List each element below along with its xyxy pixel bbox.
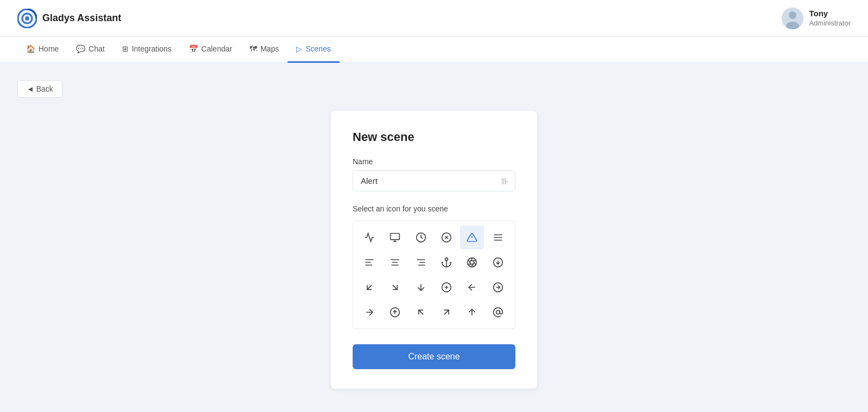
icon-cell-arrow-up-left[interactable] (409, 300, 433, 324)
icon-grid-wrapper (353, 221, 515, 329)
icon-cell-alert-triangle[interactable] (460, 226, 484, 249)
name-input[interactable] (353, 170, 515, 191)
svg-line-50 (418, 310, 423, 314)
integrations-icon: ⊞ (122, 44, 129, 53)
icon-cell-arrow-up[interactable] (460, 300, 484, 324)
icon-cell-arrow-up-circle[interactable] (383, 300, 407, 324)
user-name: Tony (809, 8, 851, 19)
svg-rect-6 (391, 234, 400, 240)
svg-point-2 (25, 16, 29, 21)
nav-label-scenes: Scenes (305, 44, 331, 53)
card-title: New scene (353, 130, 515, 144)
icon-cell-activity[interactable] (358, 226, 381, 249)
nav-label-maps: Maps (260, 44, 279, 53)
icon-cell-arrow-up-right[interactable] (435, 300, 458, 324)
icon-cell-anchor[interactable] (435, 250, 458, 274)
user-details: Tony Administrator (809, 8, 851, 28)
nav-label-integrations: Integrations (132, 44, 171, 53)
icon-cell-aperture[interactable] (460, 250, 484, 274)
main-content: ◄ Back New scene Name ⊪ Select an icon f… (0, 63, 868, 412)
icon-cell-arrow-down-circle[interactable] (486, 250, 510, 274)
chat-icon: 💬 (76, 44, 85, 53)
nav-label-calendar: Calendar (201, 44, 232, 53)
app-title: Gladys Assistant (42, 12, 121, 24)
icon-cell-at-sign[interactable] (486, 300, 510, 324)
icon-cell-arrow-right[interactable] (358, 300, 381, 324)
svg-point-27 (445, 258, 448, 261)
new-scene-card: New scene Name ⊪ Select an icon for you … (331, 111, 537, 389)
header: Gladys Assistant Tony Administrator (0, 0, 868, 37)
icon-cell-align-right[interactable] (409, 250, 433, 274)
icon-cell-arrow-down[interactable] (409, 275, 433, 299)
icon-cell-arrow-down-right[interactable] (383, 275, 407, 299)
icon-cell-arrow-right-circle[interactable] (486, 275, 510, 299)
back-button[interactable]: ◄ Back (17, 80, 62, 98)
nav-label-chat: Chat (88, 44, 105, 53)
user-info-area: Tony Administrator (782, 8, 851, 29)
icon-cell-align-center[interactable] (383, 250, 407, 274)
nav-item-calendar[interactable]: 📅 Calendar (180, 37, 241, 63)
logo-icon (17, 9, 37, 28)
nav-item-home[interactable]: 🏠 Home (17, 37, 67, 63)
icon-cell-monitor[interactable] (383, 226, 407, 249)
nav-label-home: Home (39, 44, 59, 53)
icon-grid (358, 226, 510, 324)
scenes-icon: ▷ (296, 44, 302, 53)
svg-line-38 (367, 285, 372, 289)
icon-cell-align-left[interactable] (358, 250, 381, 274)
navigation: 🏠 Home 💬 Chat ⊞ Integrations 📅 Calendar … (0, 37, 868, 63)
svg-point-53 (496, 311, 500, 314)
icon-cell-arrow-down-left[interactable] (358, 275, 381, 299)
icon-cell-x-circle[interactable] (435, 226, 458, 249)
icon-cell-arrow-left[interactable] (460, 275, 484, 299)
logo: Gladys Assistant (17, 9, 121, 28)
svg-point-4 (789, 11, 796, 19)
calendar-icon: 📅 (189, 44, 198, 53)
nav-item-maps[interactable]: 🗺 Maps (241, 37, 288, 63)
home-icon: 🏠 (26, 44, 35, 53)
maps-icon: 🗺 (250, 44, 257, 53)
svg-line-51 (444, 310, 449, 314)
create-scene-button[interactable]: Create scene (353, 344, 515, 369)
avatar (782, 8, 803, 29)
icon-cell-align-justify[interactable] (486, 226, 510, 249)
name-input-wrapper: ⊪ (353, 170, 515, 191)
name-field-label: Name (353, 157, 515, 166)
nav-item-scenes[interactable]: ▷ Scenes (288, 37, 340, 63)
icon-cell-clock[interactable] (409, 226, 433, 249)
user-role: Administrator (809, 19, 851, 28)
icon-section-label: Select an icon for you scene (353, 204, 515, 213)
nav-item-integrations[interactable]: ⊞ Integrations (113, 37, 180, 63)
nav-item-chat[interactable]: 💬 Chat (67, 37, 113, 63)
icon-cell-plus-circle[interactable] (435, 275, 458, 299)
svg-line-39 (393, 285, 397, 289)
input-icon: ⊪ (501, 176, 509, 186)
